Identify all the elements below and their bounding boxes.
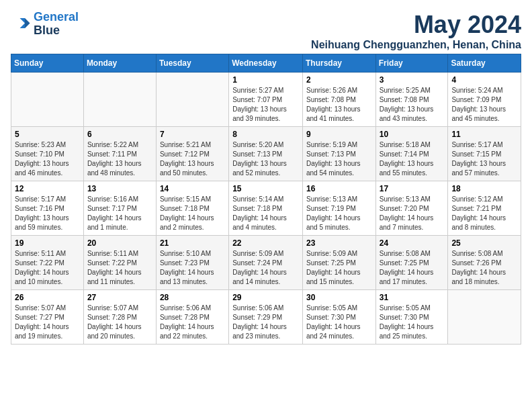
day-info: Sunrise: 5:10 AMSunset: 7:23 PMDaylight:… (160, 249, 225, 287)
calendar-cell (156, 73, 228, 127)
day-number: 2 (306, 75, 372, 85)
day-number: 26 (15, 293, 80, 302)
calendar-cell: 15Sunrise: 5:14 AMSunset: 7:18 PMDayligh… (229, 181, 303, 236)
day-number: 16 (306, 184, 372, 193)
header-cell-saturday: Saturday (448, 54, 521, 73)
day-info: Sunrise: 5:20 AMSunset: 7:13 PMDaylight:… (232, 140, 299, 178)
day-number: 23 (306, 238, 372, 248)
calendar-cell: 26Sunrise: 5:07 AMSunset: 7:27 PMDayligh… (11, 290, 84, 345)
day-number: 5 (15, 130, 80, 139)
day-info: Sunrise: 5:17 AMSunset: 7:15 PMDaylight:… (451, 140, 517, 178)
calendar-cell: 30Sunrise: 5:05 AMSunset: 7:30 PMDayligh… (302, 290, 375, 345)
day-number: 3 (380, 75, 445, 85)
day-number: 19 (15, 238, 80, 248)
day-number: 21 (160, 238, 225, 248)
day-number: 11 (451, 130, 517, 139)
calendar-cell: 24Sunrise: 5:08 AMSunset: 7:25 PMDayligh… (375, 236, 448, 290)
day-info: Sunrise: 5:25 AMSunset: 7:08 PMDaylight:… (380, 86, 445, 124)
logo-icon (11, 14, 31, 34)
header-cell-monday: Monday (83, 54, 156, 73)
day-info: Sunrise: 5:09 AMSunset: 7:25 PMDaylight:… (306, 249, 372, 287)
calendar-cell: 9Sunrise: 5:19 AMSunset: 7:13 PMDaylight… (302, 127, 375, 181)
day-info: Sunrise: 5:11 AMSunset: 7:22 PMDaylight:… (15, 249, 80, 287)
day-info: Sunrise: 5:15 AMSunset: 7:18 PMDaylight:… (160, 195, 225, 232)
day-info: Sunrise: 5:14 AMSunset: 7:18 PMDaylight:… (232, 195, 299, 232)
day-info: Sunrise: 5:26 AMSunset: 7:08 PMDaylight:… (306, 86, 372, 124)
calendar-cell: 1Sunrise: 5:27 AMSunset: 7:07 PMDaylight… (229, 73, 303, 127)
week-row-5: 26Sunrise: 5:07 AMSunset: 7:27 PMDayligh… (11, 290, 521, 345)
calendar-cell (448, 290, 521, 345)
logo: General Blue (11, 11, 79, 38)
calendar-cell: 16Sunrise: 5:13 AMSunset: 7:19 PMDayligh… (302, 181, 375, 236)
day-info: Sunrise: 5:06 AMSunset: 7:28 PMDaylight:… (160, 304, 225, 341)
day-number: 18 (451, 184, 517, 193)
day-number: 27 (87, 293, 152, 302)
calendar-cell: 6Sunrise: 5:22 AMSunset: 7:11 PMDaylight… (83, 127, 156, 181)
day-number: 6 (87, 130, 152, 139)
calendar-cell: 18Sunrise: 5:12 AMSunset: 7:21 PMDayligh… (448, 181, 521, 236)
day-number: 10 (380, 130, 445, 139)
day-info: Sunrise: 5:08 AMSunset: 7:25 PMDaylight:… (380, 249, 445, 287)
day-number: 22 (232, 238, 299, 248)
calendar-cell: 5Sunrise: 5:23 AMSunset: 7:10 PMDaylight… (11, 127, 84, 181)
day-info: Sunrise: 5:06 AMSunset: 7:29 PMDaylight:… (232, 304, 299, 341)
day-info: Sunrise: 5:23 AMSunset: 7:10 PMDaylight:… (15, 140, 80, 178)
day-info: Sunrise: 5:18 AMSunset: 7:14 PMDaylight:… (380, 140, 445, 178)
day-number: 24 (380, 238, 445, 248)
day-info: Sunrise: 5:16 AMSunset: 7:17 PMDaylight:… (87, 195, 152, 232)
day-info: Sunrise: 5:05 AMSunset: 7:30 PMDaylight:… (380, 304, 445, 341)
day-number: 12 (15, 184, 80, 193)
calendar-cell: 22Sunrise: 5:09 AMSunset: 7:24 PMDayligh… (229, 236, 303, 290)
calendar-header: SundayMondayTuesdayWednesdayThursdayFrid… (11, 54, 521, 73)
day-info: Sunrise: 5:13 AMSunset: 7:20 PMDaylight:… (380, 195, 445, 232)
calendar-cell: 4Sunrise: 5:24 AMSunset: 7:09 PMDaylight… (448, 73, 521, 127)
day-info: Sunrise: 5:09 AMSunset: 7:24 PMDaylight:… (232, 249, 299, 287)
calendar-cell: 12Sunrise: 5:17 AMSunset: 7:16 PMDayligh… (11, 181, 84, 236)
calendar-cell: 3Sunrise: 5:25 AMSunset: 7:08 PMDaylight… (375, 73, 448, 127)
calendar-cell: 7Sunrise: 5:21 AMSunset: 7:12 PMDaylight… (156, 127, 228, 181)
week-row-2: 5Sunrise: 5:23 AMSunset: 7:10 PMDaylight… (11, 127, 521, 181)
calendar-cell: 20Sunrise: 5:11 AMSunset: 7:22 PMDayligh… (83, 236, 156, 290)
calendar-cell: 17Sunrise: 5:13 AMSunset: 7:20 PMDayligh… (375, 181, 448, 236)
logo-text: General Blue (34, 11, 79, 38)
day-number: 20 (87, 238, 152, 248)
header-row: SundayMondayTuesdayWednesdayThursdayFrid… (11, 54, 521, 73)
header-cell-thursday: Thursday (302, 54, 375, 73)
day-info: Sunrise: 5:05 AMSunset: 7:30 PMDaylight:… (306, 304, 372, 341)
day-info: Sunrise: 5:08 AMSunset: 7:26 PMDaylight:… (451, 249, 517, 287)
day-info: Sunrise: 5:24 AMSunset: 7:09 PMDaylight:… (451, 86, 517, 124)
day-number: 30 (306, 293, 372, 302)
calendar-cell: 10Sunrise: 5:18 AMSunset: 7:14 PMDayligh… (375, 127, 448, 181)
day-number: 9 (306, 130, 372, 139)
calendar-cell: 25Sunrise: 5:08 AMSunset: 7:26 PMDayligh… (448, 236, 521, 290)
day-number: 1 (232, 75, 299, 85)
calendar-cell (11, 73, 84, 127)
day-number: 4 (451, 75, 517, 85)
calendar-body: 1Sunrise: 5:27 AMSunset: 7:07 PMDaylight… (11, 73, 521, 345)
day-number: 25 (451, 238, 517, 248)
week-row-4: 19Sunrise: 5:11 AMSunset: 7:22 PMDayligh… (11, 236, 521, 290)
calendar-cell: 31Sunrise: 5:05 AMSunset: 7:30 PMDayligh… (375, 290, 448, 345)
calendar-cell: 28Sunrise: 5:06 AMSunset: 7:28 PMDayligh… (156, 290, 228, 345)
header-cell-tuesday: Tuesday (156, 54, 228, 73)
header-cell-wednesday: Wednesday (229, 54, 303, 73)
calendar-cell: 2Sunrise: 5:26 AMSunset: 7:08 PMDaylight… (302, 73, 375, 127)
day-number: 28 (160, 293, 225, 302)
calendar-cell: 13Sunrise: 5:16 AMSunset: 7:17 PMDayligh… (83, 181, 156, 236)
calendar-cell: 8Sunrise: 5:20 AMSunset: 7:13 PMDaylight… (229, 127, 303, 181)
day-number: 13 (87, 184, 152, 193)
location-title: Neihuang Chengguanzhen, Henan, China (311, 39, 521, 51)
header-cell-sunday: Sunday (11, 54, 84, 73)
calendar-table: SundayMondayTuesdayWednesdayThursdayFrid… (11, 54, 521, 345)
day-info: Sunrise: 5:07 AMSunset: 7:28 PMDaylight:… (87, 304, 152, 341)
week-row-3: 12Sunrise: 5:17 AMSunset: 7:16 PMDayligh… (11, 181, 521, 236)
header-cell-friday: Friday (375, 54, 448, 73)
day-number: 17 (380, 184, 445, 193)
day-info: Sunrise: 5:13 AMSunset: 7:19 PMDaylight:… (306, 195, 372, 232)
week-row-1: 1Sunrise: 5:27 AMSunset: 7:07 PMDaylight… (11, 73, 521, 127)
calendar-cell: 29Sunrise: 5:06 AMSunset: 7:29 PMDayligh… (229, 290, 303, 345)
day-info: Sunrise: 5:27 AMSunset: 7:07 PMDaylight:… (232, 86, 299, 124)
page-header: General Blue May 2024 Neihuang Chengguan… (11, 11, 521, 51)
day-number: 14 (160, 184, 225, 193)
calendar-cell: 27Sunrise: 5:07 AMSunset: 7:28 PMDayligh… (83, 290, 156, 345)
